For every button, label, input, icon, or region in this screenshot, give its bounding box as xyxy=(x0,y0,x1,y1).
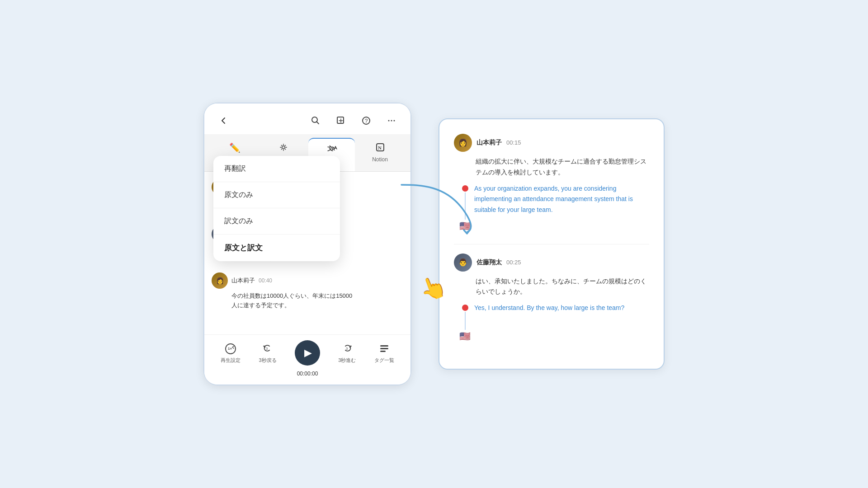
avatar-yamamoto-2: 👩 xyxy=(212,272,228,289)
forward-button[interactable]: 3 3秒進む xyxy=(338,343,356,364)
back-label: 3秒戻る xyxy=(259,357,277,364)
right-avatar-yamamoto: 👩 xyxy=(454,134,472,152)
help-button[interactable]: ? xyxy=(358,113,374,129)
message-text-3: 今の社員数は10000人ぐらい、年末には15000人に達する予定です。 xyxy=(212,291,403,310)
message-3: 👩 山本莉子 00:40 今の社員数は10000人ぐらい、年末には15000人に… xyxy=(212,272,403,310)
ai-tab-icon xyxy=(278,142,288,155)
right-avatar-sato: 👨 xyxy=(454,253,472,272)
compose-button[interactable] xyxy=(333,113,349,129)
speed-label: 再生設定 xyxy=(221,357,241,364)
right-text-jp-1: 組織の拡大に伴い、大規模なチームに適合する勤怠管理システムの導入を検討しています… xyxy=(454,156,649,178)
speed-button[interactable]: 1× 再生設定 xyxy=(221,343,241,364)
top-bar: ? xyxy=(204,103,410,134)
right-time-2: 00:25 xyxy=(506,259,521,266)
edit-tab-icon: ✏️ xyxy=(229,142,241,153)
svg-point-6 xyxy=(394,120,395,122)
more-button[interactable] xyxy=(383,113,400,129)
back-button[interactable] xyxy=(215,113,231,129)
tags-label: タグ一覧 xyxy=(374,357,394,364)
speaker-yamamoto-2: 山本莉子 xyxy=(231,277,255,285)
tags-button[interactable]: タグ一覧 xyxy=(374,343,394,364)
dropdown-menu: 再翻訳 原文のみ 訳文のみ 原文と訳文 xyxy=(213,156,340,261)
right-text-en-1: As your organization expands, you are co… xyxy=(474,183,649,216)
right-message-2: 👨 佐藤翔太 00:25 はい、承知いたしました。ちなみに、チームの規模はどのく… xyxy=(454,253,649,342)
tab-notion[interactable]: N Notion xyxy=(357,138,403,171)
jp-dot-2 xyxy=(462,305,468,311)
right-panel: 👩 山本莉子 00:15 組織の拡大に伴い、大規模なチームに適合する勤怠管理シス… xyxy=(439,118,665,370)
message-3-header: 👩 山本莉子 00:40 xyxy=(212,272,403,289)
tab-notion-label: Notion xyxy=(372,156,388,163)
forward-label: 3秒進む xyxy=(338,357,356,364)
svg-rect-16 xyxy=(380,345,388,347)
right-header-1: 👩 山本莉子 00:15 xyxy=(454,134,649,152)
us-flag-1: 🇺🇸 xyxy=(459,221,471,231)
dropdown-both[interactable]: 原文と訳文 xyxy=(213,235,340,261)
svg-rect-17 xyxy=(380,348,388,349)
svg-text:3: 3 xyxy=(346,347,348,351)
right-speaker-2: 佐藤翔太 xyxy=(476,258,502,267)
right-speaker-1: 山本莉子 xyxy=(476,139,502,147)
player-bar: 1× 再生設定 3 3秒戻る ▶ xyxy=(204,334,410,385)
translate-tab-icon: 文 A xyxy=(326,143,337,156)
notion-tab-icon: N xyxy=(375,142,385,155)
back-button-player[interactable]: 3 3秒戻る xyxy=(259,343,277,364)
right-text-en-2: Yes, I understand. By the way, how large… xyxy=(474,303,649,314)
play-icon: ▶ xyxy=(304,347,312,359)
timer-display: 00:00:00 xyxy=(204,367,410,381)
svg-point-7 xyxy=(282,146,285,149)
main-container: ? ✏️ 編集 xyxy=(163,103,705,385)
jp-dot-1 xyxy=(462,185,468,192)
dropdown-retranslate[interactable]: 再翻訳 xyxy=(213,156,340,182)
top-bar-icons: ? xyxy=(307,113,400,129)
dropdown-original-only[interactable]: 原文のみ xyxy=(213,182,340,208)
svg-point-5 xyxy=(391,120,392,122)
right-header-2: 👨 佐藤翔太 00:25 xyxy=(454,253,649,272)
svg-text:N: N xyxy=(378,145,382,150)
search-button[interactable] xyxy=(307,113,324,129)
right-message-1: 👩 山本莉子 00:15 組織の拡大に伴い、大規模なチームに適合する勤怠管理シス… xyxy=(454,134,649,231)
svg-text:3: 3 xyxy=(266,347,268,351)
svg-point-4 xyxy=(388,120,390,122)
phone-panel: ? ✏️ 編集 xyxy=(203,103,411,385)
timer-text: 00:00:00 xyxy=(297,371,318,377)
dropdown-translation-only[interactable]: 訳文のみ xyxy=(213,208,340,235)
timestamp-3: 00:40 xyxy=(259,277,272,284)
svg-text:1×: 1× xyxy=(228,347,232,351)
svg-rect-1 xyxy=(337,117,344,123)
us-flag-2: 🇺🇸 xyxy=(459,331,471,342)
svg-rect-18 xyxy=(380,351,386,352)
play-button[interactable]: ▶ xyxy=(295,340,320,366)
right-text-jp-2: はい、承知いたしました。ちなみに、チームの規模はどのくらいでしょうか。 xyxy=(454,276,649,298)
svg-text:?: ? xyxy=(365,118,368,124)
player-controls: 1× 再生設定 3 3秒戻る ▶ xyxy=(204,340,410,367)
right-time-1: 00:15 xyxy=(506,139,521,146)
